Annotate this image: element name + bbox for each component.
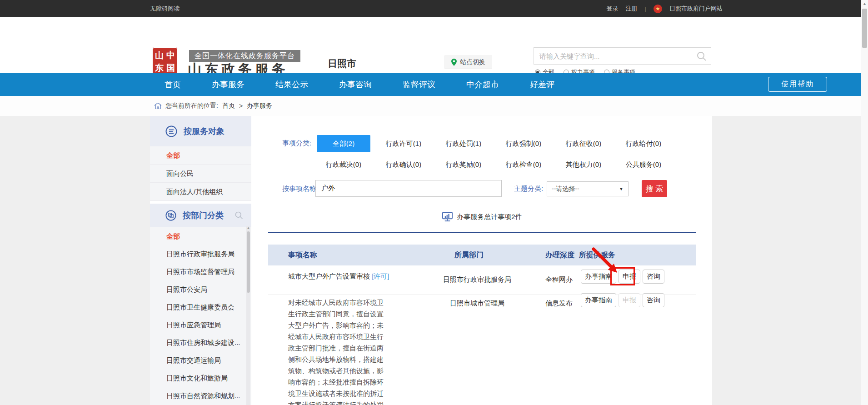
item-name-label: 按事项名称:: [282, 185, 318, 193]
seal-char: 中: [165, 49, 176, 62]
category-filter-label: 事项分类:: [282, 139, 311, 148]
search-button[interactable]: 搜 索: [642, 180, 667, 197]
dept-item[interactable]: 日照市自然资源和规划...: [150, 387, 251, 405]
page-scrollbar[interactable]: ▲: [861, 0, 868, 405]
dept-item[interactable]: 日照市行政审批服务局: [150, 245, 251, 263]
col-header-item-name: 事项名称: [288, 245, 317, 265]
chevron-down-icon: ▼: [619, 186, 624, 191]
consult-button[interactable]: 咨询: [643, 293, 664, 307]
guide-button[interactable]: 办事指南: [581, 293, 616, 307]
col-header-services: 所提供服务: [579, 245, 615, 265]
search-icon[interactable]: [696, 51, 707, 62]
category-qita-quanli[interactable]: 其他权力(0): [554, 154, 614, 175]
site-switch-label: 站点切换: [460, 58, 485, 66]
category-filter-grid: 全部(2) 行政许可(1) 行政处罚(1) 行政强制(0) 行政征收(0) 行政…: [314, 133, 673, 175]
section-title: 按部门分类: [183, 210, 224, 221]
dept-item[interactable]: 日照市文化和旅游局: [150, 369, 251, 387]
department-list: 全部 日照市行政审批服务局 日照市市场监督管理局 日照市公安局 日照市卫生健康委…: [150, 227, 251, 405]
dept-item[interactable]: 日照市市场监督管理局: [150, 263, 251, 280]
location-pin-icon: [451, 59, 457, 66]
department-search-icon[interactable]: [234, 211, 244, 220]
table-row-services: 办事指南 申报 咨询: [581, 293, 664, 307]
accessibility-link[interactable]: 无障碍阅读: [150, 5, 180, 13]
category-xingzheng-geifu[interactable]: 行政给付(0): [614, 133, 673, 154]
sidebar-scrollbar-thumb[interactable]: [247, 231, 250, 293]
category-selected[interactable]: 全部(2): [317, 135, 370, 152]
item-name-text[interactable]: 城市大型户外广告设置审核: [288, 272, 370, 280]
main-navigation: 首页 办事服务 结果公示 办事咨询 监督评议 中介超市 好差评: [0, 73, 868, 96]
nav-services[interactable]: 办事服务: [212, 79, 244, 90]
nav-rating[interactable]: 好差评: [530, 79, 554, 90]
item-name-input[interactable]: [315, 180, 502, 197]
topic-select-value: --请选择--: [552, 185, 579, 193]
table-row-department: 日照市城市管理局: [436, 299, 518, 308]
sidebar-item-legal-persons[interactable]: 面向法人/其他组织: [150, 183, 251, 201]
dept-item[interactable]: 日照市应急管理局: [150, 316, 251, 334]
sidebar-item-citizens[interactable]: 面向公民: [150, 165, 251, 183]
guide-button[interactable]: 办事指南: [581, 270, 616, 284]
shandong-seal-logo: 山 中 东 国: [152, 47, 178, 76]
city-portal-link[interactable]: 日照市政府门户网站: [669, 5, 723, 13]
dept-item[interactable]: 日照市交通运输局: [150, 351, 251, 369]
table-row-item-name[interactable]: 对未经城市人民政府市容环境卫生行政主管部门同意，擅自设置大型户外广告，影响市容的…: [288, 297, 386, 405]
dept-item[interactable]: 日照市住房和城乡建设...: [150, 334, 251, 351]
seal-char: 山: [154, 49, 165, 62]
nav-consult[interactable]: 办事咨询: [339, 79, 372, 90]
apply-button[interactable]: 申报: [619, 270, 640, 284]
nav-intermediary[interactable]: 中介超市: [466, 79, 499, 90]
sidebar-scrollbar[interactable]: ▲: [246, 226, 250, 405]
category-xingzheng-zhengshou[interactable]: 行政征收(0): [554, 133, 614, 154]
topic-category-label: 主题分类:: [514, 185, 543, 193]
dept-item[interactable]: 日照市公安局: [150, 280, 251, 298]
table-row-item-name-link[interactable]: 城市大型户外广告设置审核 [许可]: [288, 270, 397, 282]
register-link[interactable]: 注册: [626, 5, 638, 13]
section-divider: [268, 232, 696, 233]
table-row-depth: 信息发布: [545, 299, 573, 308]
topic-category-select[interactable]: --请选择-- ▼: [547, 181, 629, 196]
consult-button[interactable]: 咨询: [643, 270, 664, 284]
top-utility-bar: 无障碍阅读 登录 注册 | ★ 日照市政府门户网站: [0, 0, 868, 17]
site-header: 山 中 东 国 全国一体化在线政务服务平台 山东政务服务 日照市 站点切换 全部…: [0, 17, 868, 73]
nav-home[interactable]: 首页: [165, 79, 181, 90]
login-link[interactable]: 登录: [607, 5, 619, 13]
scrollbar-up-icon[interactable]: ▲: [861, 0, 868, 8]
breadcrumb-home-link[interactable]: 首页: [222, 102, 235, 110]
breadcrumb-bar: 您当前所在的位置: 首页 > 办事服务: [0, 96, 868, 116]
category-xingzheng-xuke[interactable]: 行政许可(1): [374, 133, 434, 154]
breadcrumb-prefix: 您当前所在的位置:: [165, 102, 218, 110]
page-scrollbar-thumb[interactable]: [862, 9, 867, 48]
dept-item[interactable]: 日照市卫生健康委员会: [150, 298, 251, 316]
col-header-depth: 办理深度: [545, 245, 574, 265]
table-row-services: 办事指南 申报 咨询: [581, 270, 664, 284]
results-summary: 办事服务总计事项2件: [268, 212, 696, 222]
category-gonggong-fuwu[interactable]: 公共服务(0): [614, 154, 673, 175]
national-emblem-icon: ★: [653, 5, 662, 13]
category-xingzheng-jiangli[interactable]: 行政奖励(0): [434, 154, 494, 175]
col-header-department: 所属部门: [454, 245, 484, 265]
results-summary-text: 办事服务总计事项2件: [457, 213, 522, 221]
dept-item-all[interactable]: 全部: [150, 227, 251, 245]
item-permit-tag[interactable]: [许可]: [372, 272, 389, 280]
breadcrumb: 您当前所在的位置: 首页 > 办事服务: [155, 96, 272, 116]
sidebar-item-all[interactable]: 全部: [150, 146, 251, 165]
nav-results[interactable]: 结果公示: [275, 79, 308, 90]
breadcrumb-separator: >: [239, 102, 243, 110]
scroll-up-icon[interactable]: ▲: [246, 226, 250, 230]
category-xingzheng-queren[interactable]: 行政确认(0): [374, 154, 434, 175]
category-xingzheng-caijue[interactable]: 行政裁决(0): [314, 154, 374, 175]
statistics-monitor-icon: [442, 212, 453, 222]
results-table-header: 事项名称 所属部门 办理深度 所提供服务: [268, 245, 696, 265]
current-city-label: 日照市: [328, 57, 356, 70]
category-all[interactable]: 全部(2): [314, 133, 374, 154]
keyword-search-box: [534, 47, 711, 65]
keyword-search-input[interactable]: [534, 48, 711, 64]
nav-supervision[interactable]: 监督评议: [403, 79, 435, 90]
category-xingzheng-chufa[interactable]: 行政处罚(1): [434, 133, 494, 154]
usage-help-button[interactable]: 使用帮助: [768, 77, 827, 92]
category-xingzheng-jiancha[interactable]: 行政检查(0): [494, 154, 554, 175]
apply-button-disabled: 申报: [619, 293, 640, 307]
sidebar-section-service-object: 按服务对象: [150, 116, 251, 146]
category-xingzheng-qiangzhi[interactable]: 行政强制(0): [494, 133, 554, 154]
site-switch-button[interactable]: 站点切换: [444, 55, 492, 69]
service-object-list: 全部 面向公民 面向法人/其他组织: [150, 146, 251, 201]
